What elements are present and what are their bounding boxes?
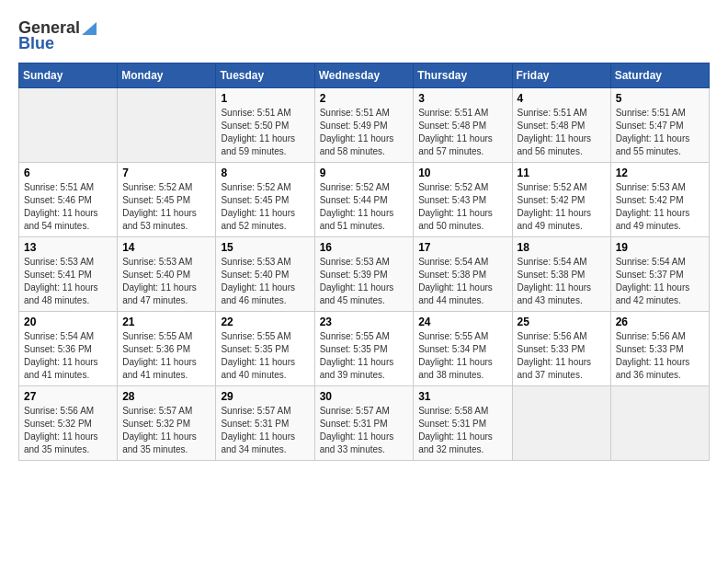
sunrise-text: Sunrise: 5:58 AM	[418, 406, 488, 416]
day-detail: Sunrise: 5:53 AM Sunset: 5:40 PM Dayligh…	[122, 256, 210, 307]
sunrise-text: Sunrise: 5:53 AM	[122, 257, 192, 267]
calendar-day-cell: 1 Sunrise: 5:51 AM Sunset: 5:50 PM Dayli…	[216, 88, 314, 163]
day-number: 31	[418, 390, 506, 403]
day-number: 23	[320, 316, 409, 328]
sunset-text: Sunset: 5:48 PM	[518, 121, 586, 131]
calendar-day-cell: 20 Sunrise: 5:54 AM Sunset: 5:36 PM Dayl…	[19, 312, 118, 386]
page-header: General Blue	[18, 18, 710, 53]
sunset-text: Sunset: 5:49 PM	[320, 121, 388, 131]
day-number: 15	[221, 241, 309, 254]
sunrise-text: Sunrise: 5:51 AM	[320, 108, 390, 118]
calendar-day-cell: 10 Sunrise: 5:52 AM Sunset: 5:43 PM Dayl…	[414, 163, 512, 237]
sunset-text: Sunset: 5:42 PM	[518, 195, 586, 205]
day-number: 9	[320, 167, 409, 179]
day-number: 30	[320, 390, 409, 403]
daylight-text: Daylight: 11 hours and 53 minutes.	[122, 208, 197, 231]
day-detail: Sunrise: 5:51 AM Sunset: 5:49 PM Dayligh…	[320, 107, 409, 158]
day-detail: Sunrise: 5:52 AM Sunset: 5:44 PM Dayligh…	[320, 181, 409, 233]
daylight-text: Daylight: 11 hours and 59 minutes.	[221, 133, 295, 156]
daylight-text: Daylight: 11 hours and 49 minutes.	[616, 208, 690, 231]
day-detail: Sunrise: 5:56 AM Sunset: 5:32 PM Dayligh…	[24, 405, 112, 456]
calendar-day-cell: 18 Sunrise: 5:54 AM Sunset: 5:38 PM Dayl…	[512, 237, 610, 312]
day-number: 7	[122, 167, 210, 179]
calendar-day-cell	[118, 88, 216, 163]
calendar-day-cell: 15 Sunrise: 5:53 AM Sunset: 5:40 PM Dayl…	[216, 237, 314, 312]
daylight-text: Daylight: 11 hours and 39 minutes.	[320, 357, 394, 380]
day-number: 3	[418, 92, 506, 105]
weekday-header: Saturday	[610, 63, 709, 88]
sunset-text: Sunset: 5:36 PM	[122, 344, 190, 354]
day-detail: Sunrise: 5:51 AM Sunset: 5:48 PM Dayligh…	[418, 107, 506, 158]
day-detail: Sunrise: 5:56 AM Sunset: 5:33 PM Dayligh…	[518, 330, 606, 382]
day-number: 27	[24, 390, 112, 403]
sunrise-text: Sunrise: 5:52 AM	[320, 182, 390, 192]
calendar-day-cell: 25 Sunrise: 5:56 AM Sunset: 5:33 PM Dayl…	[512, 312, 610, 386]
calendar-day-cell: 13 Sunrise: 5:53 AM Sunset: 5:41 PM Dayl…	[19, 237, 118, 312]
sunrise-text: Sunrise: 5:52 AM	[122, 182, 192, 192]
sunrise-text: Sunrise: 5:54 AM	[418, 257, 488, 267]
calendar-day-cell: 8 Sunrise: 5:52 AM Sunset: 5:45 PM Dayli…	[216, 163, 314, 237]
calendar-day-cell: 17 Sunrise: 5:54 AM Sunset: 5:38 PM Dayl…	[414, 237, 512, 312]
sunrise-text: Sunrise: 5:57 AM	[122, 406, 192, 416]
day-detail: Sunrise: 5:51 AM Sunset: 5:47 PM Dayligh…	[616, 107, 704, 158]
day-number: 22	[221, 316, 309, 328]
daylight-text: Daylight: 11 hours and 35 minutes.	[24, 431, 98, 454]
sunrise-text: Sunrise: 5:51 AM	[616, 108, 686, 118]
daylight-text: Daylight: 11 hours and 41 minutes.	[24, 357, 98, 380]
sunset-text: Sunset: 5:48 PM	[418, 121, 486, 131]
day-detail: Sunrise: 5:52 AM Sunset: 5:45 PM Dayligh…	[122, 181, 210, 233]
sunset-text: Sunset: 5:37 PM	[616, 270, 684, 280]
sunset-text: Sunset: 5:33 PM	[616, 344, 684, 354]
day-detail: Sunrise: 5:51 AM Sunset: 5:46 PM Dayligh…	[24, 181, 112, 233]
calendar-day-cell: 9 Sunrise: 5:52 AM Sunset: 5:44 PM Dayli…	[314, 163, 414, 237]
sunset-text: Sunset: 5:40 PM	[122, 270, 190, 280]
day-detail: Sunrise: 5:57 AM Sunset: 5:31 PM Dayligh…	[221, 405, 309, 456]
calendar-day-cell: 30 Sunrise: 5:57 AM Sunset: 5:31 PM Dayl…	[314, 386, 414, 461]
calendar-day-cell: 2 Sunrise: 5:51 AM Sunset: 5:49 PM Dayli…	[314, 88, 414, 163]
calendar-day-cell: 24 Sunrise: 5:55 AM Sunset: 5:34 PM Dayl…	[414, 312, 512, 386]
day-number: 29	[221, 390, 309, 403]
day-number: 13	[24, 241, 112, 254]
sunrise-text: Sunrise: 5:54 AM	[616, 257, 686, 267]
calendar-day-cell: 11 Sunrise: 5:52 AM Sunset: 5:42 PM Dayl…	[512, 163, 610, 237]
weekday-header: Tuesday	[216, 63, 314, 88]
sunset-text: Sunset: 5:32 PM	[24, 419, 92, 429]
day-number: 18	[518, 241, 606, 254]
sunrise-text: Sunrise: 5:52 AM	[518, 182, 587, 192]
daylight-text: Daylight: 11 hours and 36 minutes.	[616, 357, 690, 380]
sunset-text: Sunset: 5:41 PM	[24, 270, 92, 280]
day-detail: Sunrise: 5:53 AM Sunset: 5:42 PM Dayligh…	[616, 181, 704, 233]
sunset-text: Sunset: 5:39 PM	[320, 270, 388, 280]
daylight-text: Daylight: 11 hours and 54 minutes.	[24, 208, 98, 231]
sunset-text: Sunset: 5:36 PM	[24, 344, 92, 354]
calendar-week-row: 27 Sunrise: 5:56 AM Sunset: 5:32 PM Dayl…	[19, 386, 710, 461]
day-detail: Sunrise: 5:55 AM Sunset: 5:34 PM Dayligh…	[418, 330, 506, 382]
calendar-header-row: SundayMondayTuesdayWednesdayThursdayFrid…	[19, 63, 710, 88]
sunset-text: Sunset: 5:31 PM	[221, 419, 289, 429]
day-number: 1	[221, 92, 309, 105]
sunset-text: Sunset: 5:42 PM	[616, 195, 684, 205]
day-number: 24	[418, 316, 506, 328]
day-detail: Sunrise: 5:53 AM Sunset: 5:41 PM Dayligh…	[24, 256, 112, 307]
daylight-text: Daylight: 11 hours and 40 minutes.	[221, 357, 295, 380]
sunset-text: Sunset: 5:33 PM	[518, 344, 586, 354]
sunset-text: Sunset: 5:45 PM	[122, 195, 190, 205]
day-detail: Sunrise: 5:54 AM Sunset: 5:37 PM Dayligh…	[616, 256, 704, 307]
day-detail: Sunrise: 5:58 AM Sunset: 5:31 PM Dayligh…	[418, 405, 506, 456]
day-number: 10	[418, 167, 506, 179]
weekday-header: Wednesday	[314, 63, 414, 88]
calendar-day-cell: 23 Sunrise: 5:55 AM Sunset: 5:35 PM Dayl…	[314, 312, 414, 386]
sunset-text: Sunset: 5:35 PM	[221, 344, 289, 354]
daylight-text: Daylight: 11 hours and 33 minutes.	[320, 431, 394, 454]
sunset-text: Sunset: 5:38 PM	[418, 270, 486, 280]
day-detail: Sunrise: 5:53 AM Sunset: 5:39 PM Dayligh…	[320, 256, 409, 307]
sunset-text: Sunset: 5:32 PM	[122, 419, 190, 429]
daylight-text: Daylight: 11 hours and 55 minutes.	[616, 133, 690, 156]
day-detail: Sunrise: 5:55 AM Sunset: 5:35 PM Dayligh…	[221, 330, 309, 382]
sunset-text: Sunset: 5:38 PM	[518, 270, 586, 280]
calendar-day-cell: 5 Sunrise: 5:51 AM Sunset: 5:47 PM Dayli…	[610, 88, 709, 163]
day-detail: Sunrise: 5:52 AM Sunset: 5:42 PM Dayligh…	[518, 181, 606, 233]
sunrise-text: Sunrise: 5:55 AM	[320, 331, 390, 341]
daylight-text: Daylight: 11 hours and 50 minutes.	[418, 208, 493, 231]
sunrise-text: Sunrise: 5:56 AM	[518, 331, 587, 341]
